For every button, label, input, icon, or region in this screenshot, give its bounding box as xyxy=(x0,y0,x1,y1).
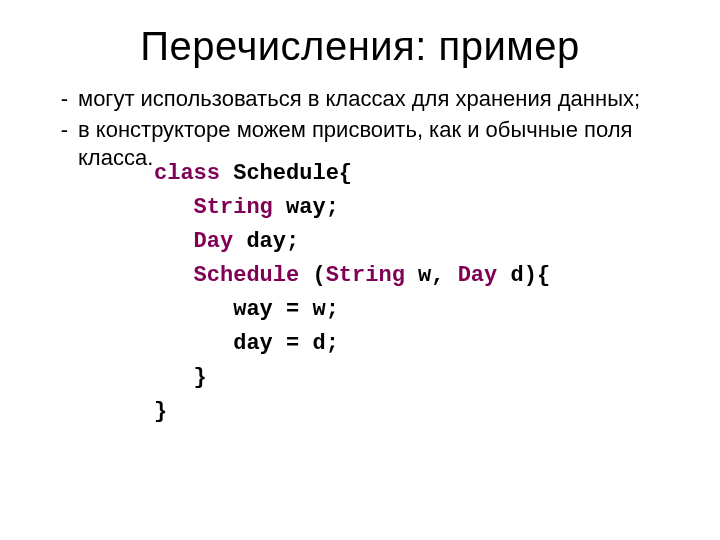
slide-title: Перечисления: пример xyxy=(40,24,680,69)
code-text: ( xyxy=(312,263,325,288)
code-text: day = d; xyxy=(154,331,339,356)
code-text: } xyxy=(154,399,167,424)
code-type: String xyxy=(326,263,405,288)
code-type: String xyxy=(154,195,273,220)
code-text: d){ xyxy=(497,263,550,288)
code-block: class Schedule{ String way; Day day; Sch… xyxy=(154,157,680,430)
code-text: } xyxy=(154,365,207,390)
code-keyword: class xyxy=(154,161,220,186)
code-text: day; xyxy=(233,229,299,254)
code-text: w, xyxy=(405,263,458,288)
slide: Перечисления: пример могут использоватьс… xyxy=(0,0,720,540)
code-text: Schedule{ xyxy=(220,161,352,186)
code-text: way; xyxy=(273,195,339,220)
bullet-item: могут использоваться в классах для хране… xyxy=(68,85,680,114)
code-type: Day xyxy=(154,229,233,254)
code-text: way = w; xyxy=(154,297,339,322)
code-type: Day xyxy=(458,263,498,288)
code-type: Schedule xyxy=(154,263,312,288)
